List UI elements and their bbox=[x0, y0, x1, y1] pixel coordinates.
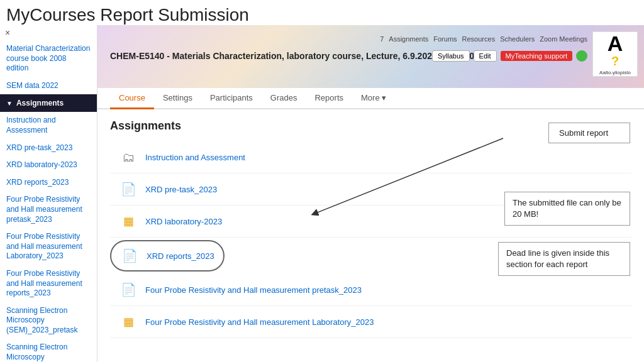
tab-course[interactable]: Course bbox=[110, 88, 154, 109]
folder-icon: 🗂 bbox=[119, 148, 138, 167]
sidebar-item-instr[interactable]: Instruction and Assessment bbox=[0, 112, 97, 139]
sidebar-item-sem-data[interactable]: SEM data 2022 bbox=[0, 77, 97, 95]
annotation-deadline: Dead line is given inside this section f… bbox=[498, 242, 630, 276]
tab-reports[interactable]: Reports bbox=[306, 88, 352, 109]
assignment-item-instr[interactable]: 🗂 Instruction and Assessment bbox=[110, 141, 631, 173]
tab-settings[interactable]: Settings bbox=[154, 88, 201, 109]
assignment-item-fp-lab[interactable]: ▦ Four Probe Resistivity and Hall measur… bbox=[110, 306, 631, 338]
tab-participants[interactable]: Participants bbox=[201, 88, 262, 109]
tab-more[interactable]: More ▾ bbox=[352, 88, 395, 109]
myteaching-button[interactable]: MyTeaching support bbox=[501, 51, 572, 61]
assignment-label-fp-pre: Four Probe Resistivity and Hall measurem… bbox=[145, 285, 362, 295]
doc-icon-fp-pre: 📄 bbox=[119, 280, 138, 299]
course-nav-top: 7 Assignments Forums Resources Scheduler… bbox=[380, 35, 587, 43]
nav-schedulers[interactable]: Schedulers bbox=[500, 35, 535, 43]
nav-assignments[interactable]: Assignments bbox=[389, 35, 428, 43]
sidebar-close-button[interactable]: × bbox=[0, 25, 97, 40]
assignment-label-instr: Instruction and Assessment bbox=[145, 153, 245, 162]
sidebar-section-label: Assignments bbox=[16, 99, 64, 107]
aalto-a-letter: A bbox=[608, 33, 623, 54]
nav-forums[interactable]: Forums bbox=[433, 35, 457, 43]
syllabus-button[interactable]: Syllabus bbox=[432, 50, 470, 62]
course-header: CHEM-E5140 - Materials Characterization,… bbox=[97, 25, 644, 88]
sidebar-item-xrd-reports[interactable]: XRD reports_2023 bbox=[0, 174, 97, 192]
course-buttons: Syllabus Edit MyTeaching support bbox=[432, 50, 587, 62]
doc-icon-rep: 📄 bbox=[120, 246, 139, 265]
sidebar-item-fp-lab[interactable]: Four Probe Resistivity and Hall measurem… bbox=[0, 228, 97, 265]
chevron-down-icon: ▼ bbox=[6, 100, 13, 107]
sidebar-item-xrd-pretask[interactable]: XRD pre-task_2023 bbox=[0, 140, 97, 157]
annotation-20mb: The submitted file can only be 20 MB! bbox=[504, 192, 630, 226]
assignment-label-xrd-pre: XRD pre-task_2023 bbox=[145, 185, 217, 194]
nav-resources[interactable]: Resources bbox=[462, 35, 496, 43]
aalto-text: Aalto-yliopisto bbox=[599, 70, 631, 75]
nav-number: 7 bbox=[380, 35, 384, 43]
sidebar-item-sem-pretask[interactable]: Scanning Electron Microscopy (SEM)_2023_… bbox=[0, 302, 97, 339]
doc-icon: 📄 bbox=[119, 180, 138, 199]
assignment-item-fp-pre[interactable]: 📄 Four Probe Resistivity and Hall measur… bbox=[110, 274, 631, 306]
course-tabs: Course Settings Participants Grades Repo… bbox=[97, 88, 644, 109]
assignment-label-xrd-rep: XRD reports_2023 bbox=[147, 251, 214, 261]
sidebar-item-fp-reports[interactable]: Four Probe Resistivity and Hall measurem… bbox=[0, 265, 97, 302]
assignments-section: Assignments 🗂 Instruction and Assessment… bbox=[97, 109, 644, 348]
nav-zoom[interactable]: Zoom Meetings bbox=[540, 35, 587, 43]
sidebar-item-sem-lab[interactable]: Scanning Electron Microscopy (SEM)_labor… bbox=[0, 339, 97, 362]
aalto-question-mark: ? bbox=[611, 54, 619, 69]
annotation-submit-report: Submit report bbox=[548, 123, 630, 143]
sidebar-item-material-book[interactable]: Material Characterization course book 20… bbox=[0, 40, 97, 77]
status-icon bbox=[576, 50, 587, 62]
grid-icon: ▦ bbox=[119, 212, 138, 231]
assignment-label-xrd-lab: XRD laboratory-2023 bbox=[145, 217, 222, 226]
assignment-item-xrd-rep[interactable]: 📄 XRD reports_2023 bbox=[110, 240, 225, 272]
sidebar-item-fp-pretask[interactable]: Four Probe Resistivity and Hall measurem… bbox=[0, 191, 97, 228]
page-title: MyCourses Report Submission bbox=[6, 5, 249, 25]
tab-grades[interactable]: Grades bbox=[262, 88, 306, 109]
sidebar-item-xrd-lab[interactable]: XRD laboratory-2023 bbox=[0, 156, 97, 174]
edit-button[interactable]: Edit bbox=[474, 50, 497, 62]
sidebar: × Material Characterization course book … bbox=[0, 25, 97, 362]
aalto-logo: A ? Aalto-yliopisto bbox=[592, 31, 638, 77]
assignment-label-fp-lab: Four Probe Resistivity and Hall measurem… bbox=[145, 317, 374, 327]
grid-icon-fp-lab: ▦ bbox=[119, 312, 138, 331]
sidebar-section-assignments[interactable]: ▼ Assignments bbox=[0, 94, 97, 112]
